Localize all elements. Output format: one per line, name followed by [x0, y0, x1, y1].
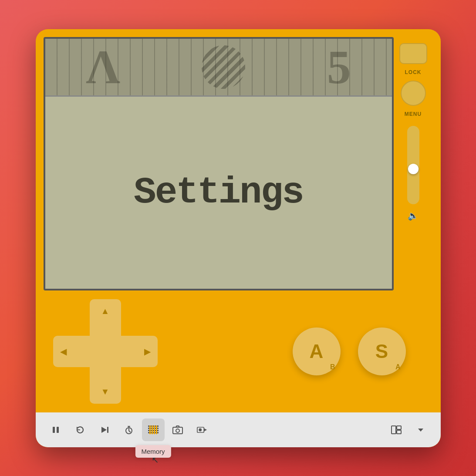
lock-button[interactable] — [399, 43, 427, 64]
svg-rect-12 — [156, 425, 157, 434]
button-s-sub: A — [395, 363, 401, 371]
volume-control[interactable]: 🔈 — [407, 122, 419, 290]
svg-marker-17 — [204, 428, 207, 431]
game-screen: Λ 5 Settings — [44, 37, 394, 290]
svg-rect-19 — [397, 426, 401, 429]
volume-track[interactable] — [407, 126, 419, 204]
svg-rect-10 — [152, 425, 153, 434]
toolbar-pause-button[interactable] — [44, 419, 67, 441]
button-a[interactable]: A B — [293, 327, 341, 375]
toolbar: Memory ↖ — [36, 412, 441, 447]
cursor-icon: ↖ — [152, 455, 159, 465]
svg-rect-20 — [397, 430, 401, 434]
svg-rect-3 — [107, 427, 108, 433]
dpad[interactable]: ▲ ▼ ◀ ▶ — [53, 299, 158, 404]
toolbar-layout-button[interactable] — [385, 419, 408, 441]
dpad-up[interactable]: ▲ — [101, 306, 110, 316]
screen-text: Settings — [134, 171, 303, 214]
toolbar-timer-button[interactable] — [118, 419, 140, 441]
svg-rect-0 — [53, 427, 55, 433]
svg-marker-2 — [101, 427, 107, 433]
button-s[interactable]: S A — [358, 327, 406, 375]
svg-point-14 — [176, 429, 179, 432]
art-letter-s: 5 — [327, 43, 351, 91]
svg-rect-9 — [149, 425, 151, 434]
memory-tooltip: Memory — [135, 445, 171, 458]
toolbar-reset-button[interactable] — [69, 419, 91, 441]
gameboy-device: Λ 5 Settings LOCK MENU 🔈 — [36, 29, 441, 447]
toolbar-more-button[interactable] — [409, 419, 432, 441]
dpad-left[interactable]: ◀ — [60, 346, 67, 357]
toolbar-screenshot-button[interactable] — [166, 419, 189, 441]
dpad-right[interactable]: ▶ — [144, 346, 151, 357]
toolbar-record-button[interactable] — [191, 419, 213, 441]
toolbar-memory-button[interactable]: Memory ↖ — [142, 419, 165, 441]
screen-content: Settings — [45, 95, 392, 289]
menu-label: MENU — [405, 111, 422, 117]
svg-rect-18 — [392, 426, 396, 434]
menu-button[interactable] — [401, 81, 426, 106]
toolbar-step-button[interactable] — [93, 419, 116, 441]
screen-header-art: Λ 5 — [45, 39, 392, 95]
art-letter-a: Λ — [86, 43, 120, 91]
dpad-down[interactable]: ▼ — [101, 387, 110, 397]
side-panel: LOCK MENU 🔈 — [394, 37, 433, 290]
button-s-label: S — [375, 341, 388, 362]
volume-knob[interactable] — [408, 164, 419, 174]
svg-rect-1 — [57, 427, 59, 433]
controls-area: ▲ ▼ ◀ ▶ A B S A — [36, 290, 441, 412]
art-striped-ball — [202, 45, 245, 89]
dpad-center — [90, 336, 121, 367]
svg-marker-21 — [418, 429, 423, 432]
svg-rect-11 — [154, 425, 155, 434]
svg-point-16 — [199, 429, 201, 431]
volume-icon: 🔈 — [408, 210, 419, 221]
action-buttons: A B S A — [293, 327, 423, 375]
button-a-label: A — [310, 341, 324, 362]
button-a-sub: B — [330, 363, 335, 371]
lock-label: LOCK — [405, 69, 422, 75]
toolbar-right-controls — [385, 419, 432, 441]
